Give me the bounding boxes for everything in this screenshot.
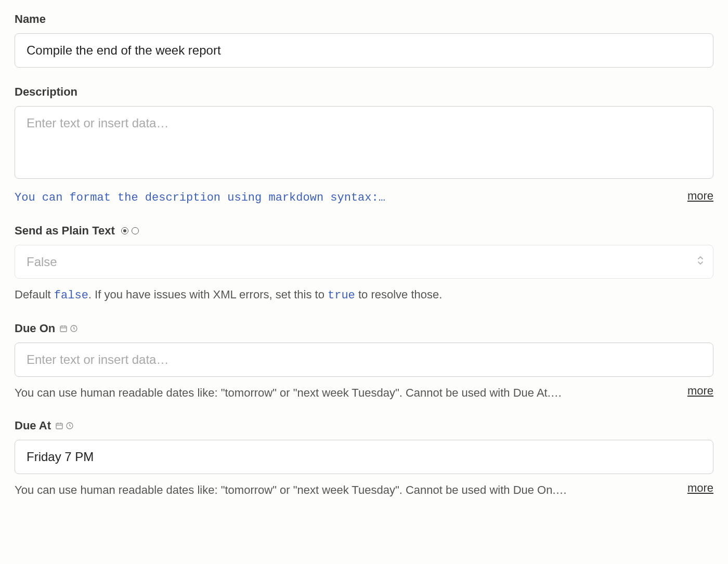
description-helper-text: You can format the description using mar… (15, 189, 675, 206)
due-on-label-text: Due On (15, 322, 55, 335)
send-plain-field-group: Send as Plain Text False Default false. … (15, 224, 713, 304)
send-plain-helper-text: Default false. If you have issues with X… (15, 286, 713, 304)
name-input[interactable] (15, 33, 713, 68)
description-input[interactable] (15, 106, 713, 179)
send-plain-helper-row: Default false. If you have issues with X… (15, 286, 713, 304)
svg-rect-5 (56, 423, 62, 429)
send-plain-label: Send as Plain Text (15, 224, 713, 238)
description-field-group: Description You can format the descripti… (15, 85, 713, 206)
due-at-label: Due At (15, 419, 713, 432)
name-field-group: Name (15, 12, 713, 68)
svg-rect-0 (60, 326, 67, 332)
send-plain-helper-code-false: false (54, 289, 88, 302)
due-at-field-group: Due At You can use human readable dates … (15, 419, 713, 499)
due-at-label-icons (55, 422, 74, 430)
clock-icon (70, 324, 78, 333)
due-at-more-link[interactable]: more (687, 481, 713, 495)
radio-empty-icon (132, 227, 139, 234)
due-on-helper-text: You can use human readable dates like: "… (15, 384, 675, 401)
description-helper-row: You can format the description using mar… (15, 189, 713, 206)
name-label-text: Name (15, 12, 46, 26)
due-at-helper-text: You can use human readable dates like: "… (15, 481, 675, 499)
due-on-more-link[interactable]: more (687, 384, 713, 398)
clock-icon (66, 422, 74, 430)
description-label-text: Description (15, 85, 77, 99)
send-plain-select-wrapper: False (15, 245, 713, 279)
due-at-helper-row: You can use human readable dates like: "… (15, 481, 713, 499)
calendar-icon (55, 422, 63, 430)
due-on-label: Due On (15, 322, 713, 335)
due-on-field-group: Due On You can use human readable dates … (15, 322, 713, 401)
description-label: Description (15, 85, 713, 99)
send-plain-label-text: Send as Plain Text (15, 224, 115, 238)
due-at-label-text: Due At (15, 419, 51, 432)
due-at-input[interactable] (15, 440, 713, 474)
send-plain-radio-indicators (121, 227, 139, 234)
name-label: Name (15, 12, 713, 26)
radio-filled-icon (121, 227, 128, 234)
send-plain-helper-code-true: true (328, 289, 355, 302)
send-plain-helper-mid: . If you have issues with XML errors, se… (88, 288, 328, 301)
due-on-input[interactable] (15, 343, 713, 377)
due-on-helper-row: You can use human readable dates like: "… (15, 384, 713, 401)
send-plain-helper-suffix: to resolve those. (355, 288, 443, 301)
description-more-link[interactable]: more (687, 189, 713, 203)
send-plain-select[interactable]: False (15, 245, 713, 279)
due-on-label-icons (59, 324, 78, 333)
send-plain-helper-prefix: Default (15, 288, 54, 301)
calendar-icon (59, 324, 68, 333)
